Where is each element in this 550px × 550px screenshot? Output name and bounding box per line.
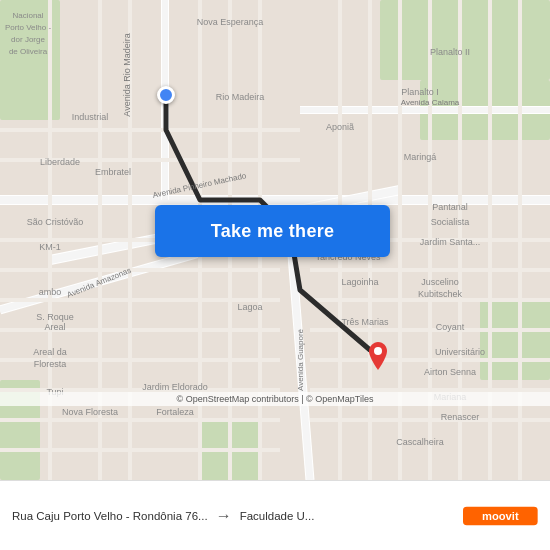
svg-rect-2 — [380, 0, 550, 80]
svg-text:São Cristóvão: São Cristóvão — [27, 217, 84, 227]
svg-text:ambo: ambo — [39, 287, 62, 297]
svg-text:Nova Floresta: Nova Floresta — [62, 407, 118, 417]
svg-text:moovit: moovit — [482, 509, 519, 521]
svg-text:Planalto I: Planalto I — [401, 87, 439, 97]
svg-text:Avenida Calama: Avenida Calama — [401, 98, 460, 107]
svg-text:Jardim Santa...: Jardim Santa... — [420, 237, 481, 247]
moovit-logo: moovit — [463, 502, 538, 530]
svg-point-93 — [374, 347, 382, 355]
svg-text:dor Jorge: dor Jorge — [11, 35, 45, 44]
svg-text:Juscelino: Juscelino — [421, 277, 459, 287]
svg-text:Pantanal: Pantanal — [432, 202, 468, 212]
svg-text:Fortaleza: Fortaleza — [156, 407, 194, 417]
take-me-there-button[interactable]: Take me there — [155, 205, 390, 257]
svg-text:Areal: Areal — [44, 322, 65, 332]
svg-text:Liberdade: Liberdade — [40, 157, 80, 167]
svg-text:Areal da: Areal da — [33, 347, 67, 357]
svg-text:Avenida Rio Madeira: Avenida Rio Madeira — [122, 33, 132, 116]
map-attribution: © OpenStreetMap contributors | © OpenMap… — [0, 392, 550, 406]
svg-text:Coyant: Coyant — [436, 322, 465, 332]
map-container: Avenida Rio Madeira Avenida Pinheiro Mac… — [0, 0, 550, 480]
svg-text:Embratel: Embratel — [95, 167, 131, 177]
destination-label: Faculdade U... — [240, 510, 315, 522]
destination-marker — [367, 342, 389, 370]
origin-label: Rua Caju Porto Velho - Rondônia 76... — [12, 510, 208, 522]
svg-text:Maringá: Maringá — [404, 152, 437, 162]
svg-text:Lagoa: Lagoa — [237, 302, 262, 312]
svg-text:S. Roque: S. Roque — [36, 312, 74, 322]
svg-text:Jardim Eldorado: Jardim Eldorado — [142, 382, 208, 392]
svg-text:Cascalheira: Cascalheira — [396, 437, 444, 447]
svg-text:Rio Madeira: Rio Madeira — [216, 92, 265, 102]
origin-marker — [157, 86, 175, 104]
route-info: Rua Caju Porto Velho - Rondônia 76... → … — [12, 507, 455, 525]
svg-text:Airton Senna: Airton Senna — [424, 367, 476, 377]
svg-text:Nova Esperança: Nova Esperança — [197, 17, 264, 27]
svg-text:Três Marias: Três Marias — [341, 317, 389, 327]
svg-text:Universitário: Universitário — [435, 347, 485, 357]
svg-text:Renascer: Renascer — [441, 412, 480, 422]
svg-text:Industrial: Industrial — [72, 112, 109, 122]
svg-text:KM-1: KM-1 — [39, 242, 61, 252]
svg-text:Lagoinha: Lagoinha — [341, 277, 378, 287]
svg-text:Aponiã: Aponiã — [326, 122, 354, 132]
svg-text:Planalto II: Planalto II — [430, 47, 470, 57]
arrow-icon: → — [216, 507, 232, 525]
svg-text:Floresta: Floresta — [34, 359, 67, 369]
svg-text:Nacional: Nacional — [12, 11, 43, 20]
svg-text:Socialista: Socialista — [431, 217, 470, 227]
svg-text:Porto Velho -: Porto Velho - — [5, 23, 52, 32]
svg-text:Avenida Guaporé: Avenida Guaporé — [296, 328, 305, 391]
bottom-bar: Rua Caju Porto Velho - Rondônia 76... → … — [0, 480, 550, 550]
svg-text:Kubitschek: Kubitschek — [418, 289, 463, 299]
svg-text:de Oliveira: de Oliveira — [9, 47, 48, 56]
